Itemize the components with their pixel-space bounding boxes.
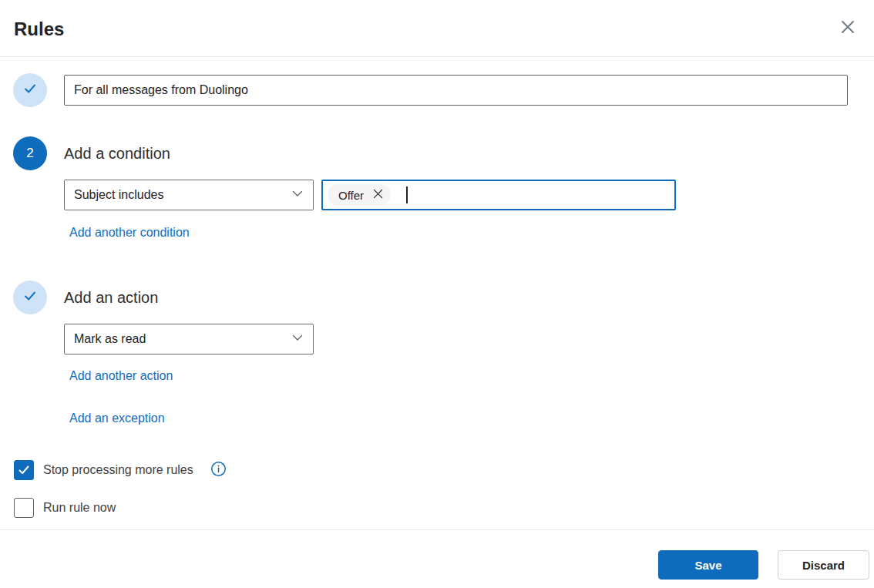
action-dropdown-value: Mark as read — [74, 332, 146, 346]
save-button[interactable]: Save — [658, 550, 758, 580]
step2-number-badge: 2 — [13, 136, 47, 170]
step1-status-badge — [13, 73, 47, 107]
chevron-down-icon — [291, 331, 304, 347]
info-button[interactable] — [210, 461, 227, 479]
action-type-dropdown[interactable]: Mark as read — [64, 324, 314, 354]
tag-label: Offer — [338, 189, 364, 202]
dialog-body: 2 Add a condition Subject includes Offer — [0, 57, 874, 521]
add-another-action-link[interactable]: Add another action — [69, 369, 173, 383]
rule-name-row — [13, 73, 848, 107]
rules-dialog: Rules 2 Add a condition — [0, 0, 874, 588]
run-rule-now-label: Run rule now — [43, 501, 116, 515]
condition-section: 2 Add a condition Subject includes Offer — [13, 136, 848, 240]
offer-tag: Offer — [328, 184, 391, 206]
condition-dropdown-value: Subject includes — [74, 188, 164, 202]
text-caret — [406, 186, 408, 203]
checkmark-icon — [17, 463, 31, 477]
stop-processing-label: Stop processing more rules — [43, 463, 193, 477]
check-icon — [22, 287, 39, 307]
condition-type-dropdown[interactable]: Subject includes — [64, 180, 314, 210]
action-section: Add an action Mark as read Add another a… — [13, 281, 848, 425]
tag-remove-button[interactable] — [373, 189, 383, 201]
rule-name-input[interactable] — [64, 75, 848, 106]
stop-processing-checkbox[interactable] — [14, 460, 34, 480]
dialog-header: Rules — [0, 0, 874, 43]
action-heading: Add an action — [64, 289, 158, 307]
close-icon — [839, 18, 856, 38]
add-another-condition-link[interactable]: Add another condition — [69, 226, 190, 240]
discard-button[interactable]: Discard — [778, 550, 869, 580]
run-rule-now-row: Run rule now — [14, 498, 848, 518]
dialog-footer: Save Discard — [0, 530, 874, 588]
run-rule-now-checkbox[interactable] — [14, 498, 34, 518]
condition-heading: Add a condition — [64, 145, 170, 163]
action-status-badge — [13, 281, 47, 314]
check-icon — [22, 80, 39, 100]
stop-processing-row: Stop processing more rules — [14, 460, 848, 480]
chevron-down-icon — [291, 187, 304, 203]
close-button[interactable] — [837, 17, 859, 39]
dismiss-icon — [373, 189, 383, 201]
info-icon — [210, 461, 227, 479]
condition-value-input[interactable]: Offer — [321, 180, 676, 210]
page-title: Rules — [14, 15, 860, 43]
add-an-exception-link[interactable]: Add an exception — [69, 412, 165, 425]
